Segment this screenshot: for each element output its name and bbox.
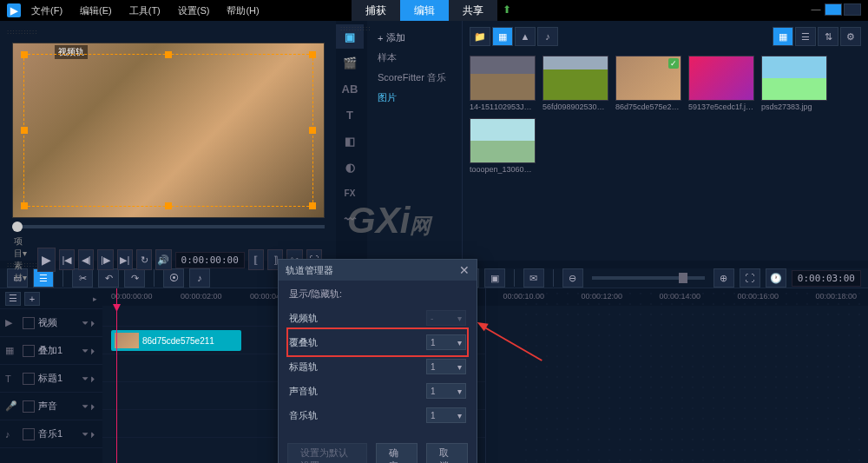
- music-icon: ♪: [5, 429, 19, 440]
- ok-button[interactable]: 确定: [376, 443, 418, 463]
- show-hide-label: 显示/隐藏轨:: [289, 288, 466, 301]
- dialog-close-button[interactable]: ✕: [459, 263, 470, 277]
- row-title: 标题轨 1▾: [289, 354, 466, 379]
- track-head-music[interactable]: ♪ 音乐1 ⏷⏵: [0, 420, 102, 448]
- tree-images[interactable]: 图片: [371, 88, 458, 108]
- tree-scorefitter[interactable]: ScoreFitter 音乐: [371, 68, 458, 88]
- scrubber-playhead[interactable]: [12, 222, 23, 232]
- time-ruler-right[interactable]: 00:00:10.00 00:00:12:00 00:00:14:00 00:0…: [486, 288, 869, 306]
- minimize-button[interactable]: —: [809, 2, 823, 16]
- path-tab-icon[interactable]: 〰: [336, 207, 364, 231]
- thumb-item[interactable]: ✓86d75cde575e211d5...: [615, 56, 681, 111]
- zoom-timecode[interactable]: 0:00:03:00: [792, 270, 861, 287]
- drag-handle[interactable]: :::::::::::: [7, 28, 329, 36]
- video-icon: ▶: [5, 317, 19, 328]
- menubar: ▶ 文件(F) 编辑(E) 工具(T) 设置(S) 帮助(H) 捕获 编辑 共享…: [0, 0, 868, 21]
- zoom-out-button[interactable]: ⊖: [562, 268, 583, 288]
- track-head-video[interactable]: ▶ 视频 ⏷⏵: [0, 309, 102, 337]
- visibility-toggle[interactable]: [23, 428, 35, 440]
- filter-audio-button[interactable]: ♪: [537, 27, 558, 46]
- track-add-icon[interactable]: +: [24, 292, 40, 306]
- track-head-overlay[interactable]: ▦ 叠加1 ⏷⏵: [0, 337, 102, 365]
- material-label[interactable]: 素材▾: [14, 260, 30, 284]
- cancel-button[interactable]: 取消: [426, 443, 468, 463]
- plus-icon: +: [378, 33, 383, 43]
- next-frame-button[interactable]: |▶: [97, 249, 113, 270]
- marker-button[interactable]: ▣: [484, 268, 505, 288]
- menu-help[interactable]: 帮助(H): [220, 3, 266, 19]
- graphics-tab-icon[interactable]: ◧: [336, 129, 364, 153]
- track-head-title[interactable]: T 标题1 ⏷⏵: [0, 365, 102, 393]
- title-dropdown[interactable]: 1▾: [426, 359, 466, 374]
- visibility-toggle[interactable]: [23, 400, 35, 413]
- title-tab-icon[interactable]: T: [336, 103, 364, 127]
- reset-button[interactable]: 设置为默认设置: [287, 443, 367, 463]
- overlay-dropdown[interactable]: 1▾: [426, 334, 466, 350]
- filter-tab-icon[interactable]: ◐: [336, 155, 364, 179]
- timecode-display[interactable]: 0:00:00:00: [175, 252, 245, 268]
- clock-icon: 🕐: [766, 268, 786, 288]
- library-sidebar: ▣ 🎬 AB T ◧ ◐ FX 〰: [336, 21, 367, 261]
- menu-settings[interactable]: 设置(S): [171, 3, 217, 19]
- collapse-icon[interactable]: ▸: [93, 294, 97, 303]
- tab-capture[interactable]: 捕获: [352, 0, 400, 21]
- folder-button[interactable]: 📁: [470, 27, 490, 46]
- loop-button[interactable]: ↻: [136, 249, 152, 270]
- video-dropdown: -▾: [426, 310, 466, 326]
- fit-button[interactable]: ⛶: [740, 268, 760, 288]
- filter-all-button[interactable]: ▦: [492, 27, 513, 46]
- track-menu-icon[interactable]: ☰: [5, 292, 21, 306]
- sort-button[interactable]: ⇅: [818, 27, 838, 46]
- main-tabs: 捕获 编辑 共享 ⬆: [352, 0, 516, 21]
- filter-image-button[interactable]: ▲: [515, 27, 536, 46]
- zoom-in-button[interactable]: ⊕: [713, 268, 734, 288]
- zoom-slider[interactable]: [592, 276, 705, 280]
- preview-scrubber[interactable]: [12, 225, 325, 228]
- mark-in-button[interactable]: ⟦: [248, 249, 264, 270]
- track-headers: ☰ + ▸ ▶ 视频 ⏷⏵ ▦ 叠加1 ⏷⏵: [0, 288, 102, 463]
- row-overlay: 覆叠轨 1▾: [289, 330, 466, 354]
- crop-frame[interactable]: [23, 54, 313, 207]
- view-thumb-button[interactable]: ▦: [773, 27, 793, 46]
- timeline-view-button[interactable]: [844, 3, 861, 16]
- thumb-item[interactable]: tooopen_13060231.jpg: [470, 118, 536, 174]
- thumb-item[interactable]: psds27383.jpg: [761, 56, 827, 111]
- fx-tab-icon[interactable]: FX: [336, 181, 364, 205]
- tab-share[interactable]: 共享: [449, 0, 497, 21]
- view-list-button[interactable]: ☰: [795, 27, 816, 46]
- thumb-item[interactable]: 59137e5cedc1f.jpg: [688, 56, 754, 111]
- goto-end-button[interactable]: ▶|: [117, 249, 133, 270]
- tree-add[interactable]: +添加: [371, 28, 458, 48]
- audio-dropdown[interactable]: 1▾: [426, 383, 466, 399]
- thumb-item[interactable]: 56fd09890253096996...: [542, 56, 608, 111]
- upload-icon[interactable]: ⬆: [497, 0, 516, 21]
- tracks-content-right[interactable]: 00:00:10.00 00:00:12:00 00:00:14:00 00:0…: [486, 288, 869, 463]
- audio-tab-icon[interactable]: 🎬: [336, 50, 364, 75]
- tab-edit[interactable]: 编辑: [400, 0, 449, 21]
- menu-file[interactable]: 文件(F): [24, 3, 69, 19]
- visibility-toggle[interactable]: [23, 373, 35, 385]
- visibility-toggle[interactable]: [23, 317, 35, 329]
- dialog-titlebar[interactable]: 轨道管理器 ✕: [279, 260, 477, 281]
- track-head-audio[interactable]: 🎤 声音 ⏷⏵: [0, 393, 102, 420]
- play-button[interactable]: ▶: [37, 248, 56, 272]
- effects-button[interactable]: ✉: [523, 268, 544, 288]
- visibility-toggle[interactable]: [23, 345, 35, 357]
- tree-sample[interactable]: 样本: [371, 48, 458, 68]
- goto-start-button[interactable]: |◀: [59, 249, 75, 270]
- project-label[interactable]: 项目▾: [14, 235, 30, 260]
- preview-canvas[interactable]: 视频轨: [12, 43, 325, 218]
- settings-button[interactable]: ⚙: [840, 27, 861, 46]
- thumbnail-grid: 14-151102953JR.jpg 56fd09890253096996...…: [466, 49, 865, 181]
- menu-edit[interactable]: 编辑(E): [73, 3, 119, 19]
- playhead-line[interactable]: [116, 288, 117, 463]
- drag-handle-lib[interactable]: :::::::::::: [340, 24, 371, 32]
- volume-button[interactable]: 🔊: [155, 249, 171, 270]
- menu-tools[interactable]: 工具(T): [122, 3, 168, 19]
- prev-frame-button[interactable]: ◀|: [78, 249, 94, 270]
- thumb-item[interactable]: 14-151102953JR.jpg: [470, 56, 536, 111]
- transition-tab-icon[interactable]: AB: [336, 76, 364, 101]
- music-dropdown[interactable]: 1▾: [426, 407, 466, 423]
- video-clip[interactable]: 86d75cde575e211: [111, 330, 241, 351]
- story-view-button[interactable]: [825, 3, 842, 16]
